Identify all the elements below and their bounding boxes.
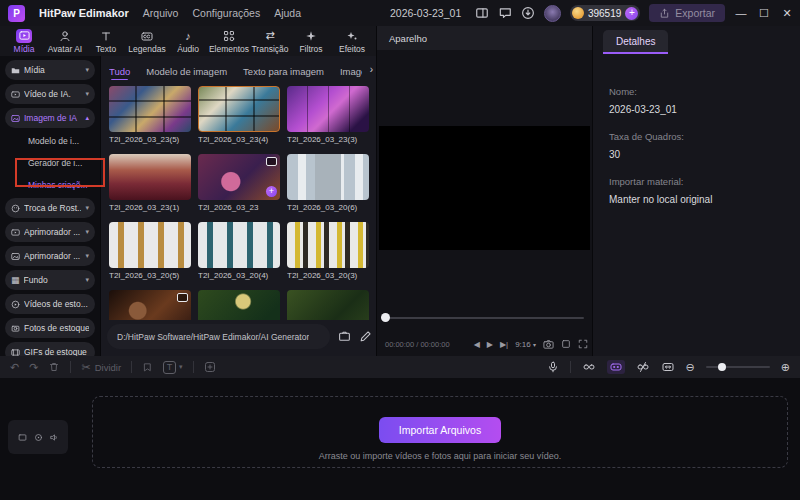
media-grid: T2I_2026_03_23(5) T2I_2026_03_23(4) T2I_… [109,86,373,320]
sidebar-item-gifs-de-estoque[interactable]: GIFs de estoque [5,342,95,356]
sidebar-item-video-ia[interactable]: Vídeo de IA. ▾ [5,84,95,104]
fit-timeline-icon[interactable] [661,361,675,373]
track-thumbnail-icon[interactable] [18,433,27,442]
add-credits-icon[interactable]: + [625,7,638,20]
next-frame-icon[interactable]: ▶| [500,340,508,349]
sidebar-item-aprimorador-video[interactable]: Aprimorador ... ▾ [5,222,95,242]
tab-avatar-ai[interactable]: Avatar AI [45,29,85,54]
media-item[interactable]: T2I_2026_03_20(6) [287,154,371,212]
credits-pill[interactable]: 396519 + [570,5,640,21]
avatar[interactable] [544,5,561,22]
path-pill[interactable]: D:/HitPaw Software/HitPaw Edimakor/AI Ge… [107,324,330,349]
media-tab-modelo-de-imagem[interactable]: Modelo de imagem [146,66,227,77]
sidebar-item-imagem-ia[interactable]: Imagem de IA ▴ [5,108,95,128]
media-item[interactable] [198,290,282,320]
tab-transicao[interactable]: ⇄ Transição [250,29,290,54]
media-tab-imagem-de-referencia[interactable]: Imagem de referência [340,66,362,77]
media-item[interactable]: T2I_2026_03_20(4) [198,222,282,280]
media-item[interactable] [109,290,193,320]
tab-elementos[interactable]: Elementos [209,29,249,54]
video-canvas[interactable] [379,126,590,250]
tab-detalhes[interactable]: Detalhes [603,30,668,54]
menu-arquivo[interactable]: Arquivo [143,7,179,19]
export-button[interactable]: Exportar [649,4,725,22]
play-icon[interactable]: ▶ [487,340,493,349]
layout-icon[interactable] [475,6,489,20]
tab-legendas[interactable]: Legendas [127,29,167,54]
minimize-button[interactable]: — [734,7,748,19]
timeline-zoom-slider[interactable] [706,366,770,368]
media-tab-texto-para-imagem[interactable]: Texto para imagem [243,66,324,77]
preview-title: Aparelho [389,33,427,44]
link-icon[interactable] [582,361,596,373]
seek-bar[interactable] [385,317,584,319]
menu-ajuda[interactable]: Ajuda [274,7,301,19]
marker-icon[interactable] [142,362,153,373]
download-icon[interactable] [521,6,535,20]
snapshot-camera-icon[interactable] [543,339,554,350]
chevron-down-icon: ▾ [85,276,89,284]
zoom-in-icon[interactable]: ⊕ [781,361,790,374]
hide-track-icon[interactable] [34,433,43,442]
media-item[interactable]: + T2I_2026_03_23 [198,154,282,212]
mute-track-icon[interactable] [50,433,59,442]
scissors-icon: ✂ [81,361,90,374]
sidebar-item-midia[interactable]: Mídia ▾ [5,60,95,80]
import-files-button[interactable]: Importar Arquivos [379,417,501,443]
media-item[interactable]: T2I_2026_03_23(3) [287,86,371,144]
media-item[interactable]: T2I_2026_03_20(3) [287,222,371,280]
media-item[interactable] [287,290,371,320]
undo-icon[interactable]: ↶ [10,361,19,374]
maximize-button[interactable]: ☐ [757,7,771,20]
media-thumbnail [198,290,280,320]
zoom-out-icon[interactable]: ⊖ [686,361,695,374]
fullscreen-icon[interactable] [578,339,588,349]
sidebar-item-aprimorador-imagem[interactable]: Aprimorador ... ▾ [5,246,95,266]
split-button[interactable]: ✂ Dividir [81,361,121,374]
sidebar-item-fotos-de-estoque[interactable]: Fotos de estoque [5,318,95,338]
details-body: Nome: 2026-03-23_01 Taxa de Quadros: 30 … [609,86,790,205]
edit-pencil-icon[interactable] [359,330,372,343]
redo-icon[interactable]: ↷ [29,361,38,374]
add-frame-icon[interactable] [204,361,216,373]
playback-controls: 00:00:00 / 00:00:00 ◀ ▶ ▶| 9:16 ▾ [385,337,588,351]
open-folder-icon[interactable] [338,330,351,343]
media-item[interactable]: T2I_2026_03_23(1) [109,154,193,212]
import-drop-zone[interactable]: Importar Arquivos Arraste ou importe víd… [92,396,788,468]
close-button[interactable]: ✕ [780,7,794,20]
media-item-label: T2I_2026_03_23(1) [109,203,193,212]
text-tool-button[interactable]: T ▾ [163,361,183,374]
tab-midia[interactable]: Mídia [4,29,44,54]
background-icon: ▦ [11,275,20,285]
resize-icon[interactable] [561,339,571,349]
sidebar-item-troca-de-rosto[interactable]: Troca de Rost... ▾ [5,198,95,218]
media-thumbnail [287,290,369,320]
previous-frame-icon[interactable]: ◀ [474,340,480,349]
microphone-icon[interactable] [547,361,559,373]
media-item[interactable]: T2I_2026_03_23(4) [198,86,282,144]
media-item[interactable]: T2I_2026_03_23(5) [109,86,193,144]
sidebar-item-videos-de-estoque[interactable]: Vídeos de esto... [5,294,95,314]
chevron-right-icon[interactable]: › [370,64,373,75]
tab-audio[interactable]: ♪ Áudio [168,29,208,54]
add-badge-icon[interactable]: + [266,186,277,197]
tab-texto[interactable]: Texto [86,29,126,54]
seek-handle[interactable] [381,313,390,322]
media-thumbnail: + [198,154,280,200]
media-thumbnail [109,86,191,132]
magnet-snap-icon[interactable] [607,360,625,374]
tab-filtros[interactable]: Filtros [291,29,331,54]
sidebar-item-modelo-de-imagem[interactable]: Modelo de i... [0,132,100,150]
unlink-icon[interactable] [636,361,650,373]
delete-icon[interactable] [48,361,60,373]
menu-configuracoes[interactable]: Configurações [192,7,260,19]
media-tab-tudo[interactable]: Tudo [109,66,130,77]
media-item[interactable]: T2I_2026_03_20(5) [109,222,193,280]
tab-efeitos[interactable]: Efeitos [332,29,372,54]
field-label: Importar material: [609,176,790,187]
zoom-slider-handle[interactable] [718,363,726,371]
timeline-toolbar-right: ⊖ ⊕ [547,360,790,374]
sidebar-item-fundo[interactable]: ▦ Fundo ▾ [5,270,95,290]
feedback-icon[interactable] [498,6,512,20]
aspect-ratio-select[interactable]: 9:16 ▾ [515,340,536,349]
